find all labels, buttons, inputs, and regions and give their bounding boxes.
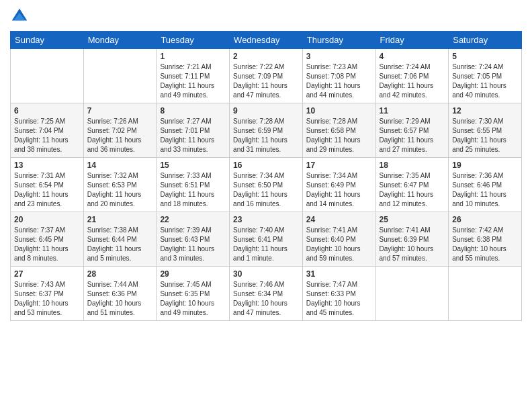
calendar-cell: 15Sunrise: 7:33 AM Sunset: 6:51 PM Dayli… <box>157 158 230 212</box>
day-info: Sunrise: 7:35 AM Sunset: 6:47 PM Dayligh… <box>380 171 445 209</box>
day-number: 28 <box>87 269 153 279</box>
day-number: 21 <box>87 215 153 224</box>
weekday-header-thursday: Thursday <box>302 32 375 49</box>
day-info: Sunrise: 7:43 AM Sunset: 6:37 PM Dayligh… <box>14 280 80 318</box>
day-info: Sunrise: 7:32 AM Sunset: 6:53 PM Dayligh… <box>87 171 153 209</box>
day-number: 31 <box>306 269 372 279</box>
day-info: Sunrise: 7:44 AM Sunset: 6:36 PM Dayligh… <box>87 280 153 318</box>
day-info: Sunrise: 7:28 AM Sunset: 6:59 PM Dayligh… <box>233 117 299 154</box>
day-info: Sunrise: 7:22 AM Sunset: 7:09 PM Dayligh… <box>233 62 299 100</box>
day-info: Sunrise: 7:26 AM Sunset: 7:02 PM Dayligh… <box>87 117 153 154</box>
calendar-cell: 7Sunrise: 7:26 AM Sunset: 7:02 PM Daylig… <box>83 103 157 158</box>
calendar-cell: 22Sunrise: 7:39 AM Sunset: 6:43 PM Dayli… <box>157 212 230 267</box>
day-info: Sunrise: 7:27 AM Sunset: 7:01 PM Dayligh… <box>160 117 226 154</box>
day-info: Sunrise: 7:28 AM Sunset: 6:58 PM Dayligh… <box>306 117 372 154</box>
day-number: 6 <box>14 106 80 116</box>
calendar-cell: 1Sunrise: 7:21 AM Sunset: 7:11 PM Daylig… <box>157 49 230 103</box>
day-number: 22 <box>160 215 226 224</box>
weekday-header-wednesday: Wednesday <box>230 32 303 49</box>
day-number: 27 <box>14 269 80 279</box>
day-number: 9 <box>233 106 299 116</box>
calendar-cell: 18Sunrise: 7:35 AM Sunset: 6:47 PM Dayli… <box>375 158 449 212</box>
logo-icon <box>10 7 29 26</box>
day-number: 26 <box>452 215 518 224</box>
calendar-cell: 19Sunrise: 7:36 AM Sunset: 6:46 PM Dayli… <box>449 158 522 212</box>
calendar-cell: 11Sunrise: 7:29 AM Sunset: 6:57 PM Dayli… <box>375 103 449 158</box>
day-number: 23 <box>233 215 299 224</box>
day-number: 7 <box>87 106 153 116</box>
calendar-cell: 14Sunrise: 7:32 AM Sunset: 6:53 PM Dayli… <box>83 158 157 212</box>
day-number: 5 <box>452 52 518 61</box>
calendar-cell: 31Sunrise: 7:47 AM Sunset: 6:33 PM Dayli… <box>302 267 375 321</box>
day-info: Sunrise: 7:31 AM Sunset: 6:54 PM Dayligh… <box>14 171 80 209</box>
calendar-cell: 16Sunrise: 7:34 AM Sunset: 6:50 PM Dayli… <box>230 158 303 212</box>
day-info: Sunrise: 7:41 AM Sunset: 6:39 PM Dayligh… <box>380 226 445 263</box>
calendar-cell <box>449 267 522 321</box>
day-number: 30 <box>233 269 299 279</box>
day-info: Sunrise: 7:33 AM Sunset: 6:51 PM Dayligh… <box>160 171 226 209</box>
day-number: 10 <box>306 106 372 116</box>
day-info: Sunrise: 7:47 AM Sunset: 6:33 PM Dayligh… <box>306 280 372 318</box>
day-number: 3 <box>306 52 372 61</box>
calendar-cell <box>83 49 157 103</box>
day-number: 14 <box>87 161 153 170</box>
calendar-cell: 27Sunrise: 7:43 AM Sunset: 6:37 PM Dayli… <box>11 267 84 321</box>
day-info: Sunrise: 7:45 AM Sunset: 6:35 PM Dayligh… <box>160 280 226 318</box>
calendar-page: SundayMondayTuesdayWednesdayThursdayFrid… <box>0 0 532 411</box>
weekday-header-monday: Monday <box>83 32 157 49</box>
calendar-cell: 17Sunrise: 7:34 AM Sunset: 6:49 PM Dayli… <box>302 158 375 212</box>
day-number: 1 <box>160 52 226 61</box>
day-info: Sunrise: 7:21 AM Sunset: 7:11 PM Dayligh… <box>160 62 226 100</box>
calendar-cell: 13Sunrise: 7:31 AM Sunset: 6:54 PM Dayli… <box>11 158 84 212</box>
week-row-4: 20Sunrise: 7:37 AM Sunset: 6:45 PM Dayli… <box>11 212 522 267</box>
day-number: 13 <box>14 161 80 170</box>
day-number: 29 <box>160 269 226 279</box>
calendar-cell: 30Sunrise: 7:46 AM Sunset: 6:34 PM Dayli… <box>230 267 303 321</box>
day-info: Sunrise: 7:37 AM Sunset: 6:45 PM Dayligh… <box>14 226 80 263</box>
day-info: Sunrise: 7:36 AM Sunset: 6:46 PM Dayligh… <box>452 171 518 209</box>
day-info: Sunrise: 7:42 AM Sunset: 6:38 PM Dayligh… <box>452 226 518 263</box>
day-number: 25 <box>380 215 445 224</box>
day-info: Sunrise: 7:40 AM Sunset: 6:41 PM Dayligh… <box>233 226 299 263</box>
week-row-3: 13Sunrise: 7:31 AM Sunset: 6:54 PM Dayli… <box>11 158 522 212</box>
calendar-cell: 8Sunrise: 7:27 AM Sunset: 7:01 PM Daylig… <box>157 103 230 158</box>
day-number: 24 <box>306 215 372 224</box>
day-number: 15 <box>160 161 226 170</box>
day-info: Sunrise: 7:23 AM Sunset: 7:08 PM Dayligh… <box>306 62 372 100</box>
day-info: Sunrise: 7:25 AM Sunset: 7:04 PM Dayligh… <box>14 117 80 154</box>
week-row-5: 27Sunrise: 7:43 AM Sunset: 6:37 PM Dayli… <box>11 267 522 321</box>
day-number: 8 <box>160 106 226 116</box>
day-info: Sunrise: 7:34 AM Sunset: 6:49 PM Dayligh… <box>306 171 372 209</box>
day-info: Sunrise: 7:46 AM Sunset: 6:34 PM Dayligh… <box>233 280 299 318</box>
weekday-header-saturday: Saturday <box>449 32 522 49</box>
calendar-cell: 9Sunrise: 7:28 AM Sunset: 6:59 PM Daylig… <box>230 103 303 158</box>
day-info: Sunrise: 7:24 AM Sunset: 7:05 PM Dayligh… <box>452 62 518 100</box>
weekday-header-tuesday: Tuesday <box>157 32 230 49</box>
calendar-cell: 6Sunrise: 7:25 AM Sunset: 7:04 PM Daylig… <box>11 103 84 158</box>
day-number: 19 <box>452 161 518 170</box>
calendar-cell: 2Sunrise: 7:22 AM Sunset: 7:09 PM Daylig… <box>230 49 303 103</box>
week-row-1: 1Sunrise: 7:21 AM Sunset: 7:11 PM Daylig… <box>11 49 522 103</box>
day-info: Sunrise: 7:38 AM Sunset: 6:44 PM Dayligh… <box>87 226 153 263</box>
day-info: Sunrise: 7:41 AM Sunset: 6:40 PM Dayligh… <box>306 226 372 263</box>
day-info: Sunrise: 7:24 AM Sunset: 7:06 PM Dayligh… <box>380 62 445 100</box>
calendar-cell: 26Sunrise: 7:42 AM Sunset: 6:38 PM Dayli… <box>449 212 522 267</box>
calendar-cell: 10Sunrise: 7:28 AM Sunset: 6:58 PM Dayli… <box>302 103 375 158</box>
day-number: 11 <box>380 106 445 116</box>
day-info: Sunrise: 7:34 AM Sunset: 6:50 PM Dayligh… <box>233 171 299 209</box>
weekday-header-row: SundayMondayTuesdayWednesdayThursdayFrid… <box>11 32 522 49</box>
calendar-table: SundayMondayTuesdayWednesdayThursdayFrid… <box>10 31 522 321</box>
day-number: 20 <box>14 215 80 224</box>
calendar-cell <box>11 49 84 103</box>
day-info: Sunrise: 7:39 AM Sunset: 6:43 PM Dayligh… <box>160 226 226 263</box>
weekday-header-friday: Friday <box>375 32 449 49</box>
day-info: Sunrise: 7:29 AM Sunset: 6:57 PM Dayligh… <box>380 117 445 154</box>
day-number: 18 <box>380 161 445 170</box>
calendar-cell: 3Sunrise: 7:23 AM Sunset: 7:08 PM Daylig… <box>302 49 375 103</box>
day-number: 4 <box>380 52 445 61</box>
day-number: 2 <box>233 52 299 61</box>
logo <box>10 7 32 26</box>
calendar-cell: 20Sunrise: 7:37 AM Sunset: 6:45 PM Dayli… <box>11 212 84 267</box>
calendar-cell: 29Sunrise: 7:45 AM Sunset: 6:35 PM Dayli… <box>157 267 230 321</box>
week-row-2: 6Sunrise: 7:25 AM Sunset: 7:04 PM Daylig… <box>11 103 522 158</box>
